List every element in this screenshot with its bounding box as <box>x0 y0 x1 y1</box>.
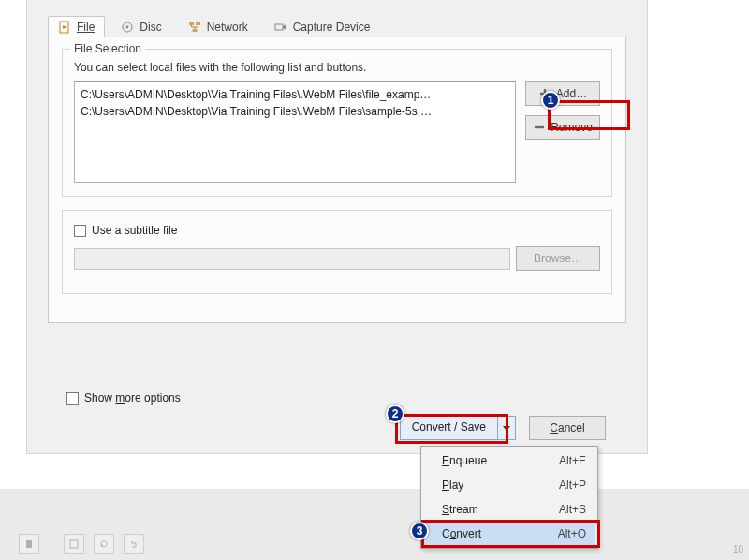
file-selection-hint: You can select local files with the foll… <box>74 61 600 74</box>
menu-label: Enqueue <box>442 454 559 467</box>
list-item[interactable]: C:\Users\ADMIN\Desktop\Via Training File… <box>81 86 509 103</box>
file-panel: File Selection You can select local file… <box>48 37 626 323</box>
svg-rect-6 <box>192 29 197 32</box>
plus-icon <box>538 87 551 100</box>
svg-rect-11 <box>70 540 78 548</box>
tab-label: Disc <box>140 21 161 34</box>
list-item[interactable]: C:\Users\ADMIN\Desktop\Via Training File… <box>81 103 509 120</box>
menu-label: Stream <box>442 503 559 516</box>
svg-rect-4 <box>189 22 194 25</box>
tab-file[interactable]: File <box>48 16 105 37</box>
show-more-row[interactable]: Show more options <box>66 391 181 405</box>
convert-save-button[interactable]: Convert / Save <box>400 416 516 440</box>
tab-network[interactable]: Network <box>178 16 258 37</box>
source-tabs: File Disc Network Capture Device <box>48 13 626 37</box>
menu-shortcut: Alt+S <box>559 503 586 516</box>
menu-item-stream[interactable]: Stream Alt+S <box>423 497 595 522</box>
dropdown-arrow-icon[interactable] <box>498 417 515 439</box>
use-subtitle-label: Use a subtitle file <box>92 224 177 237</box>
show-more-label: Show more options <box>84 391 181 405</box>
capture-icon <box>274 21 287 34</box>
menu-label: Play <box>442 479 559 492</box>
tab-label: Capture Device <box>293 21 371 34</box>
svg-rect-7 <box>275 24 283 30</box>
svg-point-3 <box>126 26 129 29</box>
file-selection-group: File Selection You can select local file… <box>62 49 612 197</box>
page-number: 10 <box>733 544 743 554</box>
group-legend: File Selection <box>70 42 145 55</box>
menu-shortcut: Alt+O <box>558 527 586 540</box>
subtitle-group: Use a subtitle file Browse… <box>62 210 612 294</box>
subtitle-path-field <box>74 248 510 270</box>
player-button[interactable] <box>94 534 114 554</box>
use-subtitle-checkbox[interactable] <box>74 225 86 237</box>
tab-disc[interactable]: Disc <box>110 16 171 37</box>
menu-item-convert[interactable]: Convert Alt+O <box>423 522 595 546</box>
cancel-button[interactable]: Cancel <box>529 416 606 440</box>
svg-rect-10 <box>26 540 32 548</box>
button-label: Convert / Save <box>401 417 498 439</box>
minus-icon <box>533 121 546 134</box>
button-label: Browse… <box>534 252 582 265</box>
menu-shortcut: Alt+E <box>559 454 586 467</box>
remove-button[interactable]: Remove <box>525 115 600 140</box>
browse-button: Browse… <box>516 246 600 271</box>
add-button[interactable]: Add… <box>525 81 600 106</box>
open-media-dialog: File Disc Network Capture Device File Se… <box>26 0 648 454</box>
network-icon <box>188 21 201 34</box>
player-button[interactable] <box>124 534 144 554</box>
button-label: Add… <box>556 87 587 100</box>
svg-marker-8 <box>283 24 286 30</box>
tab-label: File <box>77 21 95 34</box>
file-list[interactable]: C:\Users\ADMIN\Desktop\Via Training File… <box>74 81 516 183</box>
player-controls <box>19 534 144 554</box>
svg-marker-1 <box>63 25 67 29</box>
player-button[interactable] <box>64 534 84 554</box>
button-label: Cancel <box>550 421 584 435</box>
button-label: Remove <box>551 121 593 134</box>
menu-label: Convert <box>442 527 558 540</box>
show-more-checkbox[interactable] <box>66 392 79 405</box>
menu-item-play[interactable]: Play Alt+P <box>423 473 595 497</box>
tab-capture[interactable]: Capture Device <box>264 16 381 37</box>
menu-shortcut: Alt+P <box>559 479 586 492</box>
file-icon <box>58 21 71 34</box>
svg-marker-9 <box>503 426 510 431</box>
svg-rect-5 <box>196 22 200 25</box>
tab-label: Network <box>207 21 248 34</box>
player-button[interactable] <box>19 534 39 554</box>
convert-save-menu: Enqueue Alt+E Play Alt+P Stream Alt+S Co… <box>420 446 598 549</box>
disc-icon <box>121 21 134 34</box>
menu-item-enqueue[interactable]: Enqueue Alt+E <box>423 449 595 473</box>
